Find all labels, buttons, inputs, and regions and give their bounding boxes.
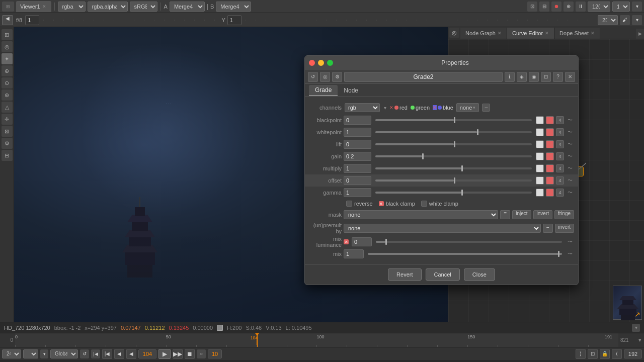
lift-num-btn[interactable]: 4 (556, 140, 564, 148)
merge-a-select[interactable]: Merge4 (170, 2, 205, 12)
roi-icon[interactable]: ⊡ (527, 2, 537, 12)
next-btn[interactable]: ⏹ (185, 349, 195, 359)
sidebar-icon-add[interactable]: ⊕ (2, 65, 13, 76)
mask-equals-btn[interactable]: = (500, 210, 510, 219)
gain-slider[interactable] (375, 155, 532, 157)
blackpoint-slider[interactable] (375, 119, 532, 121)
lock-btn[interactable]: 🔒 (600, 349, 610, 359)
blackpoint-swatch[interactable] (536, 116, 544, 124)
gamma-color-btn[interactable] (546, 189, 554, 197)
dialog-close-btn[interactable] (309, 60, 315, 66)
offset-wave-btn[interactable]: 〜 (566, 176, 574, 185)
gain-num-btn[interactable]: 4 (556, 152, 564, 160)
whitepoint-wave-btn[interactable]: 〜 (566, 128, 574, 136)
dialog-tool-copy[interactable]: ◈ (517, 72, 527, 82)
snap-btn[interactable]: ⊡ (588, 349, 598, 359)
more-icon[interactable]: ▾ (632, 2, 642, 12)
gain-color-btn[interactable] (546, 152, 554, 160)
frame-input[interactable] (25, 15, 39, 25)
sidebar-icon-star[interactable]: ⊛ (2, 89, 13, 101)
tab-curve-editor[interactable]: Curve Editor ✕ (507, 28, 554, 39)
tab-node-graph-close[interactable]: ✕ (498, 31, 502, 36)
multiply-wave-btn[interactable]: 〜 (566, 164, 574, 172)
multiply-num-btn[interactable]: 4 (556, 164, 564, 172)
lift-swatch[interactable] (536, 140, 544, 148)
close-button[interactable]: Close (464, 268, 495, 281)
dialog-tab-grade[interactable]: Grade (309, 85, 338, 96)
dialog-tab-node[interactable]: Node (338, 85, 364, 96)
refresh-transport-icon[interactable]: ↺ (80, 349, 89, 358)
mix-slider[interactable] (368, 253, 562, 255)
mix-lum-wave-btn[interactable]: 〜 (566, 238, 574, 246)
whitepoint-slider[interactable] (375, 131, 532, 133)
dialog-maximize-btn[interactable] (327, 60, 333, 66)
status-arrow-icon[interactable]: ▾ (632, 324, 640, 332)
play-btn[interactable]: ▶ (158, 349, 171, 359)
invert-btn[interactable]: invert (533, 210, 552, 219)
unpremult-equals-btn[interactable]: = (543, 224, 553, 233)
multiply-swatch[interactable] (536, 164, 544, 172)
extra-icon[interactable]: ▾ (632, 15, 642, 25)
layout-icon[interactable]: ⊟ (539, 2, 549, 12)
whitepoint-num-btn[interactable]: 4 (556, 128, 564, 136)
rgba-alpha-select[interactable]: rgba.alpha (88, 2, 128, 12)
reverse-checkbox[interactable]: reverse (346, 201, 373, 207)
end-frame-input[interactable] (624, 349, 642, 358)
inject-btn[interactable]: inject (512, 210, 531, 219)
sidebar-icon-box[interactable]: ⊠ (2, 126, 13, 137)
whitepoint-input[interactable] (344, 128, 371, 137)
mix-luminance-slider[interactable] (376, 241, 562, 243)
gain-input[interactable] (344, 152, 371, 161)
gamma-wave-btn[interactable]: 〜 (566, 189, 574, 197)
node-name-input[interactable]: Grade2 (344, 72, 503, 82)
tab-node-graph[interactable]: Node Graph ✕ (460, 28, 507, 39)
black-clamp-x-icon[interactable]: ✕ (379, 201, 384, 206)
sidebar-icon-layers[interactable]: ⊟ (2, 150, 13, 161)
blackpoint-wave-btn[interactable]: 〜 (566, 116, 574, 124)
channels-minus-btn[interactable]: − (482, 104, 490, 112)
red-x-icon[interactable]: ✕ (389, 105, 393, 110)
revert-button[interactable]: Revert (388, 268, 421, 281)
offset-num-btn[interactable]: 4 (556, 176, 564, 185)
y-input[interactable] (227, 15, 242, 25)
offset-input[interactable] (344, 176, 371, 185)
paint-icon[interactable]: 🖌 (620, 15, 630, 25)
mix-wave-btn[interactable]: 〜 (566, 250, 574, 258)
blue-x-icon[interactable]: ✕ (433, 105, 437, 110)
timeline-expand-icon[interactable]: ▾ (636, 334, 644, 346)
dialog-tool-info[interactable]: ℹ (505, 72, 515, 82)
offset-swatch[interactable] (536, 176, 544, 185)
whitepoint-color-btn[interactable] (546, 128, 554, 136)
panel-expand-icon[interactable]: ▶ (636, 29, 644, 39)
viewer1-close-icon[interactable]: ✕ (42, 4, 47, 9)
pause-icon[interactable]: ⏸ (576, 2, 586, 12)
gain-swatch[interactable] (536, 152, 544, 160)
lift-input[interactable] (344, 140, 371, 149)
record-icon[interactable]: ⏺ (551, 2, 561, 12)
out-point-btn[interactable]: ⟨ (612, 349, 622, 359)
cancel-button[interactable]: Cancel (426, 268, 460, 281)
arrow-icon[interactable]: ▾ (40, 349, 48, 358)
channels-select[interactable]: rgb (345, 103, 380, 112)
zoom-select[interactable]: 120% (588, 2, 610, 12)
mix-luminance-input[interactable] (352, 237, 372, 246)
offset-slider[interactable] (375, 179, 532, 182)
sidebar-icon-tools[interactable]: ⚙ (2, 138, 13, 149)
white-clamp-checkbox-box[interactable] (421, 201, 427, 207)
fringe-btn[interactable]: fringe (554, 210, 574, 219)
reverse-checkbox-box[interactable] (346, 201, 352, 207)
ratio-select[interactable]: 1:1 (612, 2, 630, 12)
transport-marker-icon[interactable]: |◀ (91, 349, 100, 358)
unpremult-select[interactable]: none (344, 224, 541, 233)
invert2-btn[interactable]: invert (555, 224, 574, 233)
dialog-tool-refresh[interactable]: ↺ (308, 72, 318, 82)
dialog-tool-reset[interactable]: ⊡ (541, 72, 551, 82)
lift-color-btn[interactable] (546, 140, 554, 148)
viewer-grid-icon[interactable]: ⊞ (2, 2, 14, 12)
view-mode-select[interactable]: 2D (598, 15, 618, 25)
tf-select[interactable]: TF (23, 349, 38, 358)
global-select[interactable]: Global (50, 349, 78, 358)
gamma-swatch[interactable] (536, 189, 544, 197)
current-frame-input[interactable] (138, 349, 156, 358)
lift-wave-btn[interactable]: 〜 (566, 140, 574, 148)
